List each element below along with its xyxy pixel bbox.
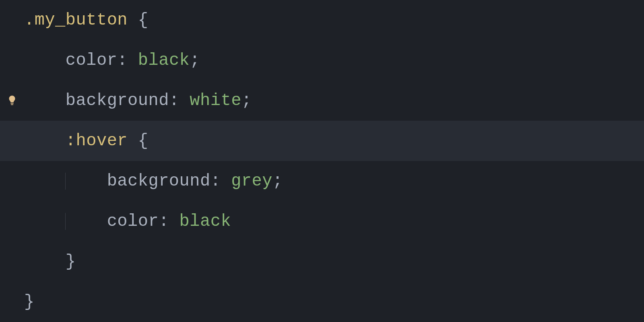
token-prop: background: [107, 171, 211, 191]
code-line[interactable]: background: white;: [0, 80, 644, 121]
code-content: background: white;: [24, 92, 252, 109]
token-selector: .my_button: [24, 10, 128, 30]
indent: [24, 131, 66, 151]
svg-rect-0: [10, 103, 14, 104]
token-punct: ;: [242, 91, 252, 110]
editor-gutter: [0, 95, 24, 106]
indent-guide: [65, 213, 66, 230]
code-line[interactable]: .my_button {: [0, 0, 644, 40]
indent-guide: [65, 173, 66, 190]
code-line[interactable]: color: black: [0, 201, 644, 242]
code-content: }: [24, 293, 35, 310]
token-punct: :: [169, 91, 180, 110]
code-content: background: grey;: [24, 173, 283, 190]
code-content: :hover {: [24, 132, 149, 149]
token-punct: {: [138, 131, 149, 151]
indent: [24, 51, 66, 70]
token-punct: }: [24, 292, 35, 312]
token-pseudo: :hover: [66, 131, 128, 151]
token-punct: [169, 212, 180, 231]
code-line[interactable]: :hover {: [0, 121, 644, 161]
code-content: color: black: [24, 213, 231, 230]
code-line[interactable]: background: grey;: [0, 161, 644, 201]
token-punct: :: [159, 212, 169, 231]
token-prop: background: [66, 91, 169, 110]
code-line[interactable]: }: [0, 282, 644, 322]
code-content: .my_button {: [24, 12, 148, 29]
token-punct: [128, 10, 138, 30]
token-prop: color: [66, 51, 118, 70]
code-editor[interactable]: .my_button { color: black; background: w…: [0, 0, 644, 322]
token-punct: :: [117, 51, 128, 70]
token-punct: [128, 51, 138, 70]
token-punct: :: [211, 171, 221, 191]
token-punct: ;: [190, 51, 200, 70]
indent: [24, 91, 66, 110]
token-value: grey: [231, 171, 272, 191]
token-punct: {: [138, 10, 149, 30]
token-value: black: [138, 51, 190, 70]
code-content: }: [24, 253, 76, 270]
token-punct: [128, 131, 138, 151]
svg-rect-1: [11, 104, 13, 105]
token-prop: color: [107, 212, 159, 231]
token-punct: ;: [272, 171, 283, 191]
token-punct: }: [66, 252, 76, 271]
indent: [24, 252, 66, 271]
token-punct: [180, 91, 190, 110]
token-value: black: [180, 212, 231, 231]
token-punct: [221, 171, 231, 191]
code-line[interactable]: }: [0, 242, 644, 282]
lightbulb-icon[interactable]: [8, 95, 16, 106]
code-content: color: black;: [24, 52, 200, 69]
code-line[interactable]: color: black;: [0, 40, 644, 80]
token-value: white: [190, 91, 242, 110]
